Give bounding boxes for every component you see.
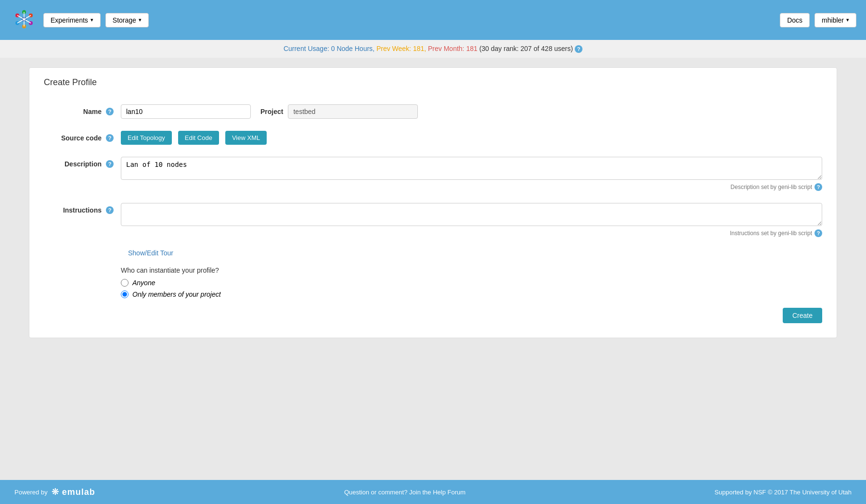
description-field-area: Lan of 10 nodes Description set by geni-… xyxy=(121,157,822,191)
user-menu[interactable]: mhibler xyxy=(814,13,856,27)
name-help-icon[interactable]: ? xyxy=(106,108,114,115)
name-project-row: Name ? Project xyxy=(44,104,822,119)
description-label: Description ? xyxy=(44,157,121,168)
edit-topology-button[interactable]: Edit Topology xyxy=(121,131,172,145)
usage-help-icon[interactable]: ? xyxy=(575,45,582,53)
instructions-note: Instructions set by geni-lib script ? xyxy=(121,229,822,237)
create-profile-card: Create Profile Name ? Project Source c xyxy=(29,67,837,338)
usage-bar: Current Usage: 0 Node Hours, Prev Week: … xyxy=(0,40,866,58)
name-field-area: Project xyxy=(121,104,822,119)
name-input[interactable] xyxy=(121,104,251,119)
prev-month-label-text: Prev Month: xyxy=(428,45,464,52)
footer-help-text: Question or comment? Join the Help Forum xyxy=(344,489,465,496)
navbar: Experiments Storage Docs mhibler xyxy=(0,0,866,40)
radio-members-label[interactable]: Only members of your project xyxy=(132,290,221,298)
instructions-label: Instructions ? xyxy=(44,203,121,214)
project-group: Project xyxy=(260,104,418,119)
footer-logo-text: ❊ emulab xyxy=(52,487,95,497)
docs-button[interactable]: Docs xyxy=(780,13,810,27)
source-code-label: Source code ? xyxy=(44,131,121,142)
footer: Powered by ❊ emulab Question or comment?… xyxy=(0,480,866,504)
tour-row: Show/Edit Tour xyxy=(128,249,822,257)
instructions-textarea[interactable] xyxy=(121,203,822,226)
footer-center: Question or comment? Join the Help Forum xyxy=(344,489,465,496)
source-code-buttons: Edit Topology Edit Code View XML xyxy=(121,131,822,145)
main-content: Create Profile Name ? Project Source c xyxy=(0,58,866,480)
view-xml-button[interactable]: View XML xyxy=(225,131,267,145)
instructions-field-area: Instructions set by geni-lib script ? xyxy=(121,203,822,237)
source-code-help-icon[interactable]: ? xyxy=(106,134,114,142)
description-help-icon[interactable]: ? xyxy=(106,160,114,168)
footer-right: Supported by NSF © 2017 The University o… xyxy=(714,489,852,496)
project-input[interactable] xyxy=(288,104,418,119)
source-code-row: Source code ? Edit Topology Edit Code Vi… xyxy=(44,131,822,145)
visibility-question: Who can instantiate your profile? xyxy=(121,266,822,274)
description-note-help-icon[interactable]: ? xyxy=(814,183,822,191)
project-label: Project xyxy=(260,108,283,115)
navbar-right: Docs mhibler xyxy=(780,13,856,27)
logo xyxy=(10,5,39,35)
radio-members-input[interactable] xyxy=(121,290,129,298)
create-row: Create xyxy=(44,308,822,323)
rank-text: (30 day rank: 207 of 428 users) xyxy=(479,45,573,52)
radio-anyone-label[interactable]: Anyone xyxy=(132,279,155,287)
edit-code-button[interactable]: Edit Code xyxy=(178,131,219,145)
instructions-row: Instructions ? Instructions set by geni-… xyxy=(44,203,822,237)
prev-week-value: 181, xyxy=(413,45,426,52)
show-edit-tour-link[interactable]: Show/Edit Tour xyxy=(128,249,173,257)
radio-anyone-input[interactable] xyxy=(121,279,129,287)
current-usage-text: Current Usage: 0 Node Hours, xyxy=(284,45,375,52)
instructions-note-help-icon[interactable]: ? xyxy=(814,229,822,237)
footer-left: Powered by ❊ emulab xyxy=(14,487,95,497)
description-textarea[interactable]: Lan of 10 nodes xyxy=(121,157,822,180)
footer-powered-by: Powered by xyxy=(14,489,48,496)
card-title: Create Profile xyxy=(44,77,822,92)
instructions-help-icon[interactable]: ? xyxy=(106,206,114,214)
description-note: Description set by geni-lib script ? xyxy=(121,183,822,191)
storage-menu[interactable]: Storage xyxy=(105,13,149,27)
description-row: Description ? Lan of 10 nodes Descriptio… xyxy=(44,157,822,191)
radio-anyone-option: Anyone xyxy=(121,279,822,287)
visibility-section: Who can instantiate your profile? Anyone… xyxy=(121,266,822,298)
experiments-menu[interactable]: Experiments xyxy=(43,13,101,27)
create-button[interactable]: Create xyxy=(783,308,822,323)
name-label: Name ? xyxy=(44,104,121,115)
prev-month-value: 181 xyxy=(466,45,477,52)
radio-members-option: Only members of your project xyxy=(121,290,822,298)
prev-week-label-text: Prev Week: xyxy=(376,45,411,52)
footer-right-text: Supported by NSF © 2017 The University o… xyxy=(714,489,852,496)
